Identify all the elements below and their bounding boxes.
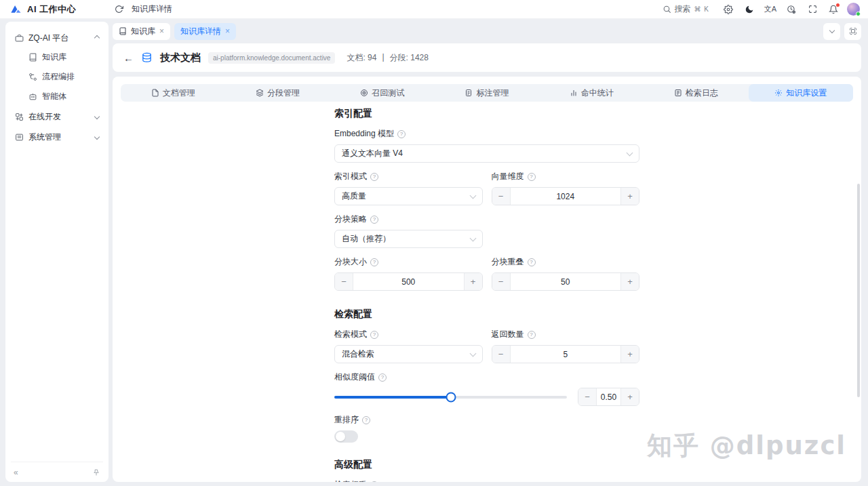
similarity-threshold-slider[interactable] — [334, 388, 567, 406]
refresh-icon[interactable] — [111, 2, 126, 17]
sidebar-item-agent[interactable]: 智能体 — [11, 87, 103, 106]
field-label: 检索模式 — [334, 329, 367, 340]
search-shortcut: ⌘ K — [694, 5, 709, 13]
retrieval-mode-select[interactable]: 混合检索 — [334, 345, 483, 363]
history-icon[interactable] — [784, 2, 799, 17]
gear-icon — [774, 89, 783, 97]
slider-thumb[interactable] — [446, 392, 456, 402]
layers-icon — [256, 89, 264, 97]
kb-title: 技术文档 — [160, 52, 201, 64]
stepper-value[interactable]: 1024 — [511, 188, 621, 205]
tab-list-dropdown-icon[interactable] — [823, 23, 840, 40]
help-icon[interactable]: ? — [370, 481, 378, 483]
minus-icon[interactable]: − — [492, 273, 511, 290]
dark-mode-icon[interactable] — [742, 2, 757, 17]
minus-icon[interactable]: − — [578, 388, 597, 405]
help-icon[interactable]: ? — [370, 258, 378, 266]
tab-knowledge-base-detail[interactable]: 知识库详情 × — [174, 23, 236, 40]
field-label: 分块重叠 — [492, 256, 524, 268]
embedding-model-select[interactable]: 通义文本向量 V4 — [334, 144, 639, 163]
plus-icon[interactable]: + — [620, 188, 639, 205]
tab-document-management[interactable]: 文档管理 — [121, 84, 225, 102]
tab-recall-test[interactable]: 召回测试 — [330, 84, 435, 102]
settings-icon[interactable] — [721, 2, 736, 17]
flow-icon — [28, 73, 37, 81]
help-icon[interactable]: ? — [528, 331, 536, 339]
stepper-value[interactable]: 500 — [353, 273, 464, 290]
help-icon[interactable]: ? — [397, 130, 406, 138]
sidebar-collapse-icon[interactable]: « — [14, 468, 18, 477]
field-label: 返回数量 — [492, 329, 524, 340]
dev-grid-icon — [15, 113, 24, 121]
chevron-down-icon — [627, 149, 633, 156]
notifications-bell-icon[interactable] — [826, 2, 841, 17]
pin-icon[interactable] — [92, 468, 100, 477]
chunk-size-stepper: − 500 + — [334, 272, 483, 291]
help-icon[interactable]: ? — [528, 173, 536, 181]
user-avatar[interactable] — [847, 3, 860, 16]
watermark: 知乎 @dlpuzcl — [647, 429, 846, 463]
kb-header: ← 技术文档 ai-platform.knowledge.document.ac… — [113, 43, 861, 72]
tab-kb-settings[interactable]: 知识库设置 — [749, 84, 853, 102]
index-mode-select[interactable]: 高质量 — [334, 187, 483, 205]
scrollbar-thumb[interactable] — [857, 184, 860, 397]
help-icon[interactable]: ? — [528, 258, 536, 266]
minus-icon[interactable]: − — [492, 188, 511, 205]
field-label: 分块策略 — [334, 214, 367, 225]
tab-search-logs[interactable]: 检索日志 — [644, 84, 748, 102]
tab-knowledge-base[interactable]: 知识库 × — [113, 23, 170, 40]
field-label: 检索权重 — [334, 479, 367, 482]
section-tab-label: 文档管理 — [163, 87, 195, 99]
sidebar-group-online-dev[interactable]: 在线开发 — [11, 106, 103, 127]
sidebar-item-flow-orchestration[interactable]: 流程编排 — [11, 67, 103, 87]
help-icon[interactable]: ? — [370, 331, 378, 339]
section-title-index-config: 索引配置 — [334, 108, 639, 120]
close-icon[interactable]: × — [225, 26, 230, 36]
sidebar-group-label: 在线开发 — [28, 111, 61, 123]
close-icon[interactable]: × — [159, 26, 164, 36]
app-logo-icon — [9, 3, 22, 16]
help-icon[interactable]: ? — [378, 373, 387, 382]
robot-icon — [28, 92, 37, 101]
sidebar-item-knowledge-base[interactable]: 知识库 — [11, 47, 103, 67]
plus-icon[interactable]: + — [620, 273, 639, 290]
minus-icon[interactable]: − — [492, 346, 511, 363]
tab-segment-management[interactable]: 分段管理 — [225, 84, 330, 102]
sidebar-item-label: 知识库 — [42, 52, 66, 63]
plus-icon[interactable]: + — [620, 388, 639, 405]
chevron-up-icon — [94, 35, 100, 41]
chevron-down-icon — [94, 114, 100, 119]
maximize-view-icon[interactable] — [844, 23, 861, 40]
stepper-value[interactable]: 0.50 — [597, 388, 620, 405]
fullscreen-icon[interactable] — [805, 2, 820, 17]
global-search[interactable]: 搜索 ⌘ K — [663, 3, 709, 15]
kb-settings-form: 索引配置 Embedding 模型? 通义文本向量 V4 索引模式? 高质量 — [334, 108, 639, 482]
back-arrow-icon[interactable]: ← — [123, 52, 134, 64]
chevron-down-icon — [469, 192, 476, 199]
help-icon[interactable]: ? — [362, 416, 370, 424]
tab-hit-statistics[interactable]: 命中统计 — [539, 84, 644, 102]
select-value: 通义文本向量 V4 — [342, 148, 403, 159]
clipboard-icon — [465, 89, 473, 97]
help-icon[interactable]: ? — [370, 216, 378, 224]
sidebar-item-label: 智能体 — [42, 91, 66, 102]
sidebar-item-label: 流程编排 — [42, 71, 75, 83]
stepper-value[interactable]: 50 — [511, 273, 621, 290]
language-icon[interactable]: 文A — [763, 2, 778, 17]
sidebar-item-zq-ai-platform[interactable]: ZQ-AI 平台 — [11, 28, 103, 47]
select-value: 自动（推荐） — [342, 233, 391, 245]
sidebar: ZQ-AI 平台 知识库 流程编排 智能体 在线开发 — [5, 22, 108, 482]
plus-icon[interactable]: + — [620, 346, 639, 363]
chunk-strategy-select[interactable]: 自动（推荐） — [334, 230, 483, 248]
rerank-toggle[interactable] — [334, 430, 358, 443]
section-tab-label: 知识库设置 — [786, 87, 827, 99]
tab-annotation-management[interactable]: 标注管理 — [435, 84, 539, 102]
minus-icon[interactable]: − — [335, 273, 353, 290]
plus-icon[interactable]: + — [464, 273, 482, 290]
sidebar-group-system-admin[interactable]: 系统管理 — [11, 127, 103, 147]
stepper-value[interactable]: 5 — [511, 346, 621, 363]
field-label: 索引模式 — [334, 171, 367, 182]
stats-divider: | — [382, 52, 384, 64]
section-title-retrieval-config: 检索配置 — [334, 308, 639, 321]
help-icon[interactable]: ? — [370, 173, 378, 181]
